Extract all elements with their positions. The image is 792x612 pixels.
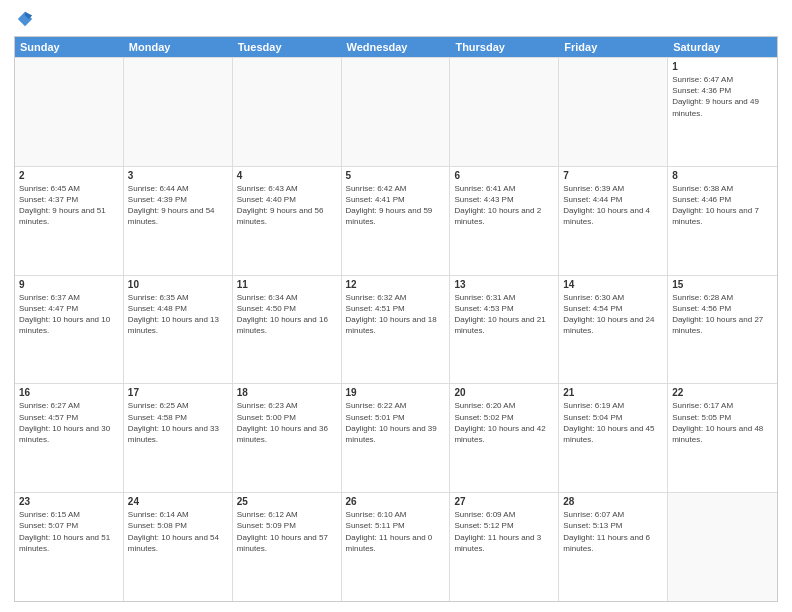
- cal-cell: 7Sunrise: 6:39 AM Sunset: 4:44 PM Daylig…: [559, 167, 668, 275]
- day-info: Sunrise: 6:45 AM Sunset: 4:37 PM Dayligh…: [19, 183, 119, 228]
- day-info: Sunrise: 6:17 AM Sunset: 5:05 PM Dayligh…: [672, 400, 773, 445]
- day-info: Sunrise: 6:25 AM Sunset: 4:58 PM Dayligh…: [128, 400, 228, 445]
- cal-cell: 18Sunrise: 6:23 AM Sunset: 5:00 PM Dayli…: [233, 384, 342, 492]
- cal-cell: [233, 58, 342, 166]
- day-info: Sunrise: 6:31 AM Sunset: 4:53 PM Dayligh…: [454, 292, 554, 337]
- logo: [14, 10, 38, 28]
- cal-cell: 28Sunrise: 6:07 AM Sunset: 5:13 PM Dayli…: [559, 493, 668, 601]
- calendar-body: 1Sunrise: 6:47 AM Sunset: 4:36 PM Daylig…: [15, 57, 777, 601]
- cal-cell: 8Sunrise: 6:38 AM Sunset: 4:46 PM Daylig…: [668, 167, 777, 275]
- day-info: Sunrise: 6:27 AM Sunset: 4:57 PM Dayligh…: [19, 400, 119, 445]
- cal-cell: 3Sunrise: 6:44 AM Sunset: 4:39 PM Daylig…: [124, 167, 233, 275]
- day-number: 2: [19, 170, 119, 181]
- day-number: 22: [672, 387, 773, 398]
- day-info: Sunrise: 6:43 AM Sunset: 4:40 PM Dayligh…: [237, 183, 337, 228]
- cal-cell: [15, 58, 124, 166]
- cal-cell: 1Sunrise: 6:47 AM Sunset: 4:36 PM Daylig…: [668, 58, 777, 166]
- cal-cell: 25Sunrise: 6:12 AM Sunset: 5:09 PM Dayli…: [233, 493, 342, 601]
- day-number: 11: [237, 279, 337, 290]
- day-number: 1: [672, 61, 773, 72]
- header-cell-saturday: Saturday: [668, 37, 777, 57]
- cal-cell: 20Sunrise: 6:20 AM Sunset: 5:02 PM Dayli…: [450, 384, 559, 492]
- cal-cell: 2Sunrise: 6:45 AM Sunset: 4:37 PM Daylig…: [15, 167, 124, 275]
- week-row-1: 1Sunrise: 6:47 AM Sunset: 4:36 PM Daylig…: [15, 57, 777, 166]
- cal-cell: 5Sunrise: 6:42 AM Sunset: 4:41 PM Daylig…: [342, 167, 451, 275]
- header-cell-wednesday: Wednesday: [342, 37, 451, 57]
- cal-cell: 16Sunrise: 6:27 AM Sunset: 4:57 PM Dayli…: [15, 384, 124, 492]
- cal-cell: 4Sunrise: 6:43 AM Sunset: 4:40 PM Daylig…: [233, 167, 342, 275]
- page: SundayMondayTuesdayWednesdayThursdayFrid…: [0, 0, 792, 612]
- day-number: 14: [563, 279, 663, 290]
- header-cell-thursday: Thursday: [450, 37, 559, 57]
- week-row-4: 16Sunrise: 6:27 AM Sunset: 4:57 PM Dayli…: [15, 383, 777, 492]
- day-number: 3: [128, 170, 228, 181]
- day-info: Sunrise: 6:07 AM Sunset: 5:13 PM Dayligh…: [563, 509, 663, 554]
- calendar: SundayMondayTuesdayWednesdayThursdayFrid…: [14, 36, 778, 602]
- cal-cell: 24Sunrise: 6:14 AM Sunset: 5:08 PM Dayli…: [124, 493, 233, 601]
- day-number: 4: [237, 170, 337, 181]
- week-row-3: 9Sunrise: 6:37 AM Sunset: 4:47 PM Daylig…: [15, 275, 777, 384]
- header: [14, 10, 778, 28]
- day-info: Sunrise: 6:39 AM Sunset: 4:44 PM Dayligh…: [563, 183, 663, 228]
- day-info: Sunrise: 6:20 AM Sunset: 5:02 PM Dayligh…: [454, 400, 554, 445]
- day-number: 12: [346, 279, 446, 290]
- day-number: 24: [128, 496, 228, 507]
- day-info: Sunrise: 6:12 AM Sunset: 5:09 PM Dayligh…: [237, 509, 337, 554]
- header-cell-friday: Friday: [559, 37, 668, 57]
- day-number: 27: [454, 496, 554, 507]
- cal-cell: 21Sunrise: 6:19 AM Sunset: 5:04 PM Dayli…: [559, 384, 668, 492]
- day-number: 8: [672, 170, 773, 181]
- header-cell-tuesday: Tuesday: [233, 37, 342, 57]
- day-number: 9: [19, 279, 119, 290]
- cal-cell: 15Sunrise: 6:28 AM Sunset: 4:56 PM Dayli…: [668, 276, 777, 384]
- cal-cell: 9Sunrise: 6:37 AM Sunset: 4:47 PM Daylig…: [15, 276, 124, 384]
- day-info: Sunrise: 6:10 AM Sunset: 5:11 PM Dayligh…: [346, 509, 446, 554]
- day-info: Sunrise: 6:35 AM Sunset: 4:48 PM Dayligh…: [128, 292, 228, 337]
- cal-cell: 17Sunrise: 6:25 AM Sunset: 4:58 PM Dayli…: [124, 384, 233, 492]
- day-number: 21: [563, 387, 663, 398]
- day-number: 23: [19, 496, 119, 507]
- cal-cell: [668, 493, 777, 601]
- day-number: 26: [346, 496, 446, 507]
- cal-cell: 19Sunrise: 6:22 AM Sunset: 5:01 PM Dayli…: [342, 384, 451, 492]
- day-number: 18: [237, 387, 337, 398]
- header-cell-monday: Monday: [124, 37, 233, 57]
- day-info: Sunrise: 6:14 AM Sunset: 5:08 PM Dayligh…: [128, 509, 228, 554]
- day-info: Sunrise: 6:19 AM Sunset: 5:04 PM Dayligh…: [563, 400, 663, 445]
- day-number: 25: [237, 496, 337, 507]
- cal-cell: [342, 58, 451, 166]
- day-number: 20: [454, 387, 554, 398]
- cal-cell: 23Sunrise: 6:15 AM Sunset: 5:07 PM Dayli…: [15, 493, 124, 601]
- day-info: Sunrise: 6:22 AM Sunset: 5:01 PM Dayligh…: [346, 400, 446, 445]
- day-number: 10: [128, 279, 228, 290]
- cal-cell: [559, 58, 668, 166]
- calendar-header: SundayMondayTuesdayWednesdayThursdayFrid…: [15, 37, 777, 57]
- cal-cell: 26Sunrise: 6:10 AM Sunset: 5:11 PM Dayli…: [342, 493, 451, 601]
- cal-cell: [124, 58, 233, 166]
- cal-cell: 22Sunrise: 6:17 AM Sunset: 5:05 PM Dayli…: [668, 384, 777, 492]
- cal-cell: 13Sunrise: 6:31 AM Sunset: 4:53 PM Dayli…: [450, 276, 559, 384]
- day-info: Sunrise: 6:34 AM Sunset: 4:50 PM Dayligh…: [237, 292, 337, 337]
- cal-cell: 6Sunrise: 6:41 AM Sunset: 4:43 PM Daylig…: [450, 167, 559, 275]
- cal-cell: [450, 58, 559, 166]
- day-number: 19: [346, 387, 446, 398]
- day-number: 15: [672, 279, 773, 290]
- week-row-2: 2Sunrise: 6:45 AM Sunset: 4:37 PM Daylig…: [15, 166, 777, 275]
- cal-cell: 14Sunrise: 6:30 AM Sunset: 4:54 PM Dayli…: [559, 276, 668, 384]
- week-row-5: 23Sunrise: 6:15 AM Sunset: 5:07 PM Dayli…: [15, 492, 777, 601]
- day-number: 5: [346, 170, 446, 181]
- cal-cell: 10Sunrise: 6:35 AM Sunset: 4:48 PM Dayli…: [124, 276, 233, 384]
- day-info: Sunrise: 6:38 AM Sunset: 4:46 PM Dayligh…: [672, 183, 773, 228]
- day-info: Sunrise: 6:44 AM Sunset: 4:39 PM Dayligh…: [128, 183, 228, 228]
- day-info: Sunrise: 6:32 AM Sunset: 4:51 PM Dayligh…: [346, 292, 446, 337]
- day-number: 17: [128, 387, 228, 398]
- cal-cell: 27Sunrise: 6:09 AM Sunset: 5:12 PM Dayli…: [450, 493, 559, 601]
- day-info: Sunrise: 6:15 AM Sunset: 5:07 PM Dayligh…: [19, 509, 119, 554]
- day-number: 13: [454, 279, 554, 290]
- day-info: Sunrise: 6:37 AM Sunset: 4:47 PM Dayligh…: [19, 292, 119, 337]
- day-info: Sunrise: 6:23 AM Sunset: 5:00 PM Dayligh…: [237, 400, 337, 445]
- day-number: 7: [563, 170, 663, 181]
- day-info: Sunrise: 6:47 AM Sunset: 4:36 PM Dayligh…: [672, 74, 773, 119]
- day-info: Sunrise: 6:42 AM Sunset: 4:41 PM Dayligh…: [346, 183, 446, 228]
- day-number: 6: [454, 170, 554, 181]
